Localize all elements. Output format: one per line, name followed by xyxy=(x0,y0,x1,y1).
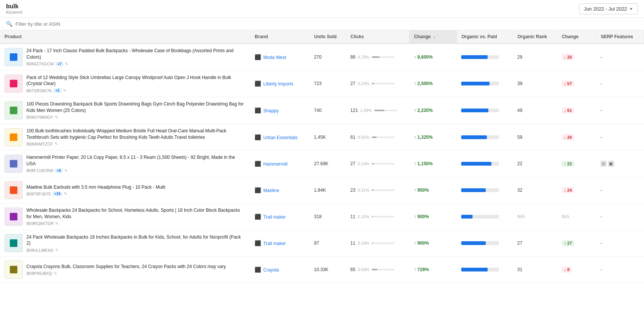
clicks-value: 23 xyxy=(351,188,355,193)
change-cell: ↑ 8,600% xyxy=(409,43,457,70)
organic-rank-cell: 39 xyxy=(513,70,558,97)
product-thumbnail xyxy=(5,155,23,173)
col-header-change[interactable]: Change ↓ xyxy=(409,30,457,43)
clicks-bar-fill xyxy=(372,137,377,138)
edit-icon[interactable]: ✎ xyxy=(64,168,68,173)
brand-link[interactable]: Urban Essentials xyxy=(263,135,298,140)
rank-change-cell: ↓ 57 xyxy=(557,70,596,97)
change-cell: ↑ 2,220% xyxy=(409,97,457,124)
clicks-bar-fill xyxy=(372,163,374,164)
edit-icon[interactable]: ✎ xyxy=(63,88,66,93)
clicks-cell: 1211.09% xyxy=(346,97,409,124)
brand-link[interactable]: Liberty Imports xyxy=(263,81,293,87)
brand-link[interactable]: Trail maker xyxy=(263,241,286,246)
clicks-pct: 1.09% xyxy=(360,108,372,113)
brand-cell: ⬛Liberty Imports xyxy=(250,70,309,97)
serp-icon-1: ⊙ xyxy=(601,161,607,167)
organic-vs-paid-cell xyxy=(457,43,513,70)
svg-rect-7 xyxy=(10,239,17,247)
product-title: 100 Pieces Drawstring Backpack Bulk Spor… xyxy=(26,101,244,113)
clicks-pct: 0.24% xyxy=(358,81,369,86)
organic-bar-fill xyxy=(461,162,491,166)
product-asin: B09P8SJ8XQ ✎ xyxy=(26,271,226,276)
product-cell-2: Pack of 12 Wedding Style Stick Umbrellas… xyxy=(0,70,250,97)
clicks-bar-fill xyxy=(372,83,374,84)
serp-features-cell: - xyxy=(596,70,644,97)
table-header-row: Product Brand Units Sold Clicks Change ↓… xyxy=(0,30,644,43)
change-value: ↑ 729% xyxy=(414,267,429,272)
chevron-down-icon: ▼ xyxy=(629,7,633,11)
product-thumbnail xyxy=(5,208,23,226)
units-sold-cell: 723 xyxy=(309,70,346,97)
clicks-cell: 650.59% xyxy=(346,257,409,283)
product-title: Pack of 12 Wedding Style Stick Umbrellas… xyxy=(26,75,231,87)
brand-cell: ⬛Moda West xyxy=(250,43,309,70)
sort-arrow-icon: ↓ xyxy=(434,35,436,39)
units-sold-cell: 27.69K xyxy=(309,150,346,177)
organic-vs-paid-cell xyxy=(457,124,513,150)
cube-icon[interactable]: ⬛ xyxy=(255,134,261,140)
svg-rect-6 xyxy=(10,213,17,220)
serp-dash: - xyxy=(601,81,602,86)
cube-icon[interactable]: ⬛ xyxy=(255,240,261,246)
change-cell: ↑ 1,325% xyxy=(409,124,457,150)
change-value: ↑ 8,600% xyxy=(414,54,433,60)
cube-icon[interactable]: ⬛ xyxy=(255,161,261,167)
clicks-cell: 110.10% xyxy=(346,203,409,230)
units-sold-cell: 1.45K xyxy=(309,124,346,150)
cube-icon[interactable]: ⬛ xyxy=(255,267,261,273)
brand-link[interactable]: Trail maker xyxy=(263,214,286,220)
edit-icon[interactable]: ✎ xyxy=(64,191,67,196)
clicks-value: 27 xyxy=(351,161,355,166)
brand-link[interactable]: Maeline xyxy=(263,188,279,193)
filter-input[interactable] xyxy=(15,21,129,27)
svg-rect-2 xyxy=(10,107,17,114)
organic-bar-fill xyxy=(461,135,487,139)
organic-rank-cell: 29 xyxy=(513,43,558,70)
rank-change-cell: ↓ 8 xyxy=(557,257,596,283)
serp-dash: - xyxy=(601,267,602,272)
product-cell-7: Wholesale Backpacks 24 Backpacks for Sch… xyxy=(0,203,250,230)
edit-icon[interactable]: ✎ xyxy=(55,248,59,253)
product-cell-3: 100 Pieces Drawstring Backpack Bulk Spor… xyxy=(0,97,250,124)
brand-link[interactable]: Moda West xyxy=(263,55,286,60)
cube-icon[interactable]: ⬛ xyxy=(255,187,261,193)
change-cell: ↑ 1,150% xyxy=(409,150,457,177)
cube-icon[interactable]: ⬛ xyxy=(255,81,261,87)
edit-icon[interactable]: ✎ xyxy=(65,62,68,67)
clicks-value: 61 xyxy=(351,135,355,140)
col-header-rank-change: Change xyxy=(557,30,596,43)
cube-icon[interactable]: ⬛ xyxy=(255,54,261,60)
change-cell: ↑ 900% xyxy=(409,230,457,257)
asin-count-badge: +7 xyxy=(56,62,63,67)
table-row: Pack of 12 Wedding Style Stick Umbrellas… xyxy=(0,70,644,97)
rank-change-badge: ↓ 26 xyxy=(562,134,574,140)
edit-icon[interactable]: ✎ xyxy=(54,141,58,146)
edit-icon[interactable]: ✎ xyxy=(55,221,59,226)
cube-icon[interactable]: ⬛ xyxy=(255,107,261,113)
brand-link[interactable]: Shappy xyxy=(263,108,279,113)
brand-cell: ⬛Urban Essentials xyxy=(250,124,309,150)
clicks-pct: 0.55% xyxy=(358,135,369,140)
edit-icon[interactable]: ✎ xyxy=(54,271,57,276)
rank-change-badge: ↓ 24 xyxy=(562,187,574,193)
change-cell: ↑ 950% xyxy=(409,177,457,203)
rank-change-badge: ↓ 26 xyxy=(562,54,574,60)
edit-icon[interactable]: ✎ xyxy=(55,115,58,120)
clicks-bar-bg xyxy=(372,269,394,270)
clicks-pct: 0.24% xyxy=(358,161,369,166)
serp-features-cell: - xyxy=(596,124,644,150)
clicks-bar-fill xyxy=(372,242,372,244)
product-cell-1: 24 Pack - 17 Inch Classic Padded Bulk Ba… xyxy=(0,43,250,70)
organic-bar-bg xyxy=(461,162,499,166)
organic-bar-fill xyxy=(461,55,488,59)
clicks-bar-bg xyxy=(372,56,394,58)
date-range-button[interactable]: Jun 2022 - Jul 2022 ▼ xyxy=(579,3,638,14)
brand-link[interactable]: Crayola xyxy=(263,267,279,273)
clicks-bar-fill xyxy=(372,269,377,270)
change-value: ↑ 950% xyxy=(414,188,429,193)
serp-icon-2: ▦ xyxy=(608,161,614,167)
brand-link[interactable]: Hammermill xyxy=(263,161,287,167)
organic-vs-paid-cell xyxy=(457,230,513,257)
cube-icon[interactable]: ⬛ xyxy=(255,214,261,220)
